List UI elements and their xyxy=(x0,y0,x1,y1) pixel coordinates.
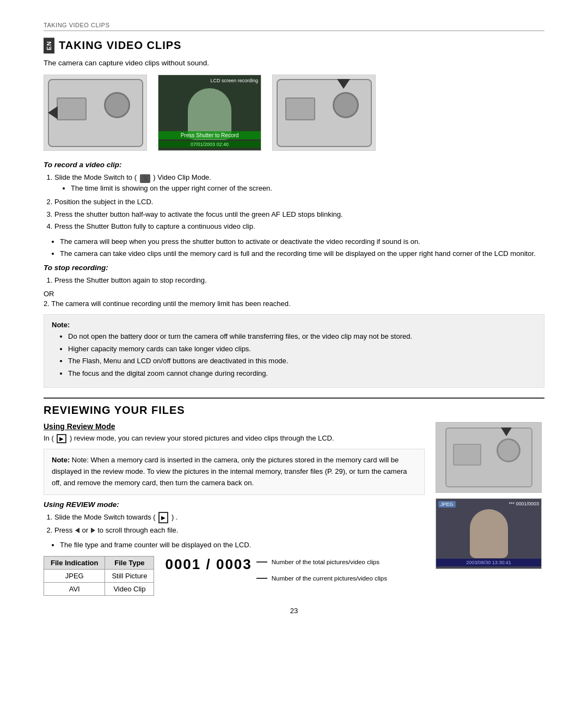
stop-step-1: Press the Shutter button again to stop r… xyxy=(54,275,544,286)
review-main: Using Review Mode In ( ▶ ) review mode, … xyxy=(44,422,544,595)
stop-steps-list: Press the Shutter button again to stop r… xyxy=(54,275,544,286)
section1-intro: The camera can capture video clips witho… xyxy=(44,59,544,67)
review-step-bullets: The file type and frame counter will be … xyxy=(60,540,425,551)
note-bullet-1: Do not open the battery door or turn the… xyxy=(68,331,536,342)
review-note-box: Note: Note: When a memory card is insert… xyxy=(44,449,425,494)
counter-lines: Number of the total pictures/video clips… xyxy=(256,559,387,582)
file-counter-section: 0001 / 0003 Number of the total pictures… xyxy=(165,556,425,582)
note-bullet-2: Higher capacity memory cards can take lo… xyxy=(68,344,536,355)
section1-title: TAKING VIDEO CLIPS xyxy=(59,39,181,52)
right-arrow-icon xyxy=(91,528,95,533)
table-header-indication: File Indication xyxy=(44,556,105,569)
stop-title: To stop recording: xyxy=(44,264,544,272)
table-cell-jpeg: JPEG xyxy=(44,569,105,582)
images-row: LCD screen recording Press Shutter to Re… xyxy=(44,75,544,151)
record-bullet-2: The camera will beep when you press the … xyxy=(60,236,544,247)
record-extra-bullets: The camera will beep when you press the … xyxy=(60,236,544,259)
review-camera-img xyxy=(436,422,542,493)
table-row-avi: AVI Video Clip xyxy=(44,582,154,595)
table-header-type: File Type xyxy=(105,556,154,569)
file-table: File Indication File Type JPEG Still Pic… xyxy=(44,556,154,596)
record-step-4: Press the Shutter Button fully to captur… xyxy=(54,221,544,232)
record-step-2: Position the subject in the LCD. xyxy=(54,197,544,207)
record-step-1: Slide the Mode Switch to ( 🎥 ) Video Cli… xyxy=(54,172,544,193)
lcd-counter-display: *** 0001/0003 xyxy=(509,501,539,508)
counter-desc-2: Number of the current pictures/video cli… xyxy=(272,575,387,582)
left-arrow-icon xyxy=(75,528,79,533)
note-label: Note: xyxy=(52,321,70,329)
lcd-file-type: JPEG xyxy=(438,501,456,508)
using-review-mode-title: Using Review Mode xyxy=(44,422,425,431)
section1-title-row: EN TAKING VIDEO CLIPS xyxy=(44,38,544,53)
counter-wrapper: 0001 / 0003 Number of the total pictures… xyxy=(165,556,425,582)
table-row-jpeg: JPEG Still Picture xyxy=(44,569,154,582)
review-bullet-1: The file type and frame counter will be … xyxy=(60,540,425,551)
page-number: 23 xyxy=(44,607,544,615)
review-step-1: Slide the Mode Switch towards ( ▶ ) . xyxy=(54,512,425,523)
review-lcd-content: JPEG *** 0001/0003 2003/08/30 13:30:41 xyxy=(436,499,541,569)
lcd-date-display: 2003/08/30 13:30:41 xyxy=(436,559,541,566)
review-text-area: Using Review Mode In ( ▶ ) review mode, … xyxy=(44,422,425,595)
lcd-top-info: LCD screen recording xyxy=(210,78,258,83)
stop-step-2: 2. The camera will continue recording un… xyxy=(44,300,544,308)
counter-display: 0001 / 0003 xyxy=(165,556,252,573)
record-bullets-sub: The time limit is showing on the upper r… xyxy=(71,183,544,194)
mode-switch-icon: ▶ xyxy=(158,512,168,523)
review-lcd-top: JPEG *** 0001/0003 xyxy=(438,501,539,508)
review-note-text: Note: When a memory card is inserted in … xyxy=(52,456,407,487)
table-cell-avi: AVI xyxy=(44,582,105,595)
counter-number: 0001 / 0003 xyxy=(165,556,252,573)
record-bullet-3: The camera can take video clips until th… xyxy=(60,248,544,259)
review-intro: In ( ▶ ) review mode, you can review you… xyxy=(44,434,425,443)
section-divider xyxy=(44,398,544,399)
file-table-section: File Indication File Type JPEG Still Pic… xyxy=(44,556,425,596)
camera-image-3 xyxy=(272,75,376,151)
review-mode-icon: ▶ xyxy=(57,434,66,443)
using-review-title: Using REVIEW mode: xyxy=(44,500,425,509)
connector-line-2 xyxy=(256,578,267,579)
review-note-label: Note: xyxy=(52,456,70,464)
review-camera-images: JPEG *** 0001/0003 2003/08/30 13:30:41 xyxy=(436,422,544,595)
section2-title: REVIEWING YOUR FILES xyxy=(44,404,544,417)
record-bullet-1: The time limit is showing on the upper r… xyxy=(71,183,544,194)
note-bullet-4: The focus and the digital zoom cannot ch… xyxy=(68,368,536,379)
video-clip-icon: 🎥 xyxy=(140,174,150,183)
review-steps-list: Slide the Mode Switch towards ( ▶ ) . Pr… xyxy=(54,512,425,536)
counter-line-1: Number of the total pictures/video clips xyxy=(256,559,387,565)
counter-line-2: Number of the current pictures/video cli… xyxy=(256,575,387,582)
camera-image-1 xyxy=(44,75,147,151)
section-tab: EN xyxy=(44,38,54,53)
review-lcd-img: JPEG *** 0001/0003 2003/08/30 13:30:41 xyxy=(436,498,542,569)
note-bullet-3: The Flash, Menu and LCD on/off buttons a… xyxy=(68,356,536,366)
connector-line-1 xyxy=(256,561,267,563)
table-cell-still: Still Picture xyxy=(105,569,154,582)
lcd-date-text: 07/01/2003 02:40 xyxy=(158,141,261,148)
lcd-record-text: Press Shutter to Record xyxy=(158,131,261,139)
record-title: To record a video clip: xyxy=(44,161,544,169)
lcd-person xyxy=(470,509,508,558)
file-table-wrapper: File Indication File Type JPEG Still Pic… xyxy=(44,556,154,596)
page-header: TAKING VIDEO CLIPS xyxy=(44,22,544,31)
record-step-3: Press the shutter button half-way to act… xyxy=(54,209,544,220)
note-box: Note: Do not open the battery door or tu… xyxy=(44,314,544,388)
counter-desc-1: Number of the total pictures/video clips xyxy=(272,559,379,565)
or-text: OR xyxy=(44,290,544,298)
table-cell-video: Video Clip xyxy=(105,582,154,595)
note-bullets: Do not open the battery door or turn the… xyxy=(68,331,536,378)
camera-image-2: LCD screen recording Press Shutter to Re… xyxy=(158,75,261,151)
record-steps-list: Slide the Mode Switch to ( 🎥 ) Video Cli… xyxy=(54,172,544,232)
review-step-2: Press or to scroll through each file. xyxy=(54,525,425,536)
